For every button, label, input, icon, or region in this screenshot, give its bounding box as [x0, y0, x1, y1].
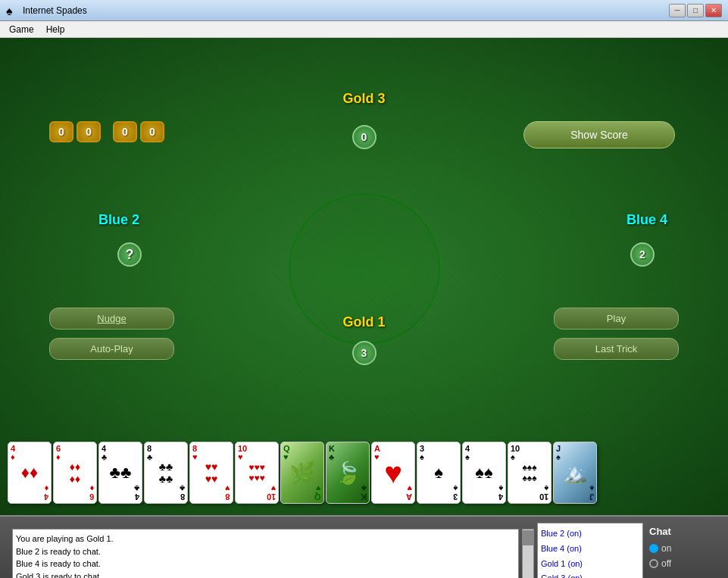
show-score-button[interactable]: Show Score [523, 121, 675, 148]
player-left-bid: ? [117, 242, 142, 267]
card-6d[interactable]: 6♦ ♦♦♦♦ 6♦ [53, 442, 97, 504]
chat-control-panel: Chat on off [646, 523, 722, 578]
autoplay-button[interactable]: Auto-Play [49, 338, 174, 360]
radio-on-dot[interactable] [649, 544, 658, 553]
player-top-bid: 0 [352, 125, 376, 149]
chat-scrollbar[interactable] [522, 529, 534, 578]
card-10h[interactable]: 10♥ ♥♥♥♥♥♥ 10♥ [235, 442, 279, 504]
last-trick-button[interactable]: Last Trick [554, 338, 679, 360]
card-4s[interactable]: 4♠ ♠♠ 4♠ [462, 442, 506, 504]
chat-message-2: Blue 2 is ready to chat. [16, 545, 515, 558]
score-gold-1: 0 [49, 121, 73, 142]
player-left-label: Blue 2 [98, 212, 139, 228]
game-area: 0 0 0 0 Show Score Gold 3 0 Blue 2 ? Blu… [0, 38, 728, 515]
minimize-button[interactable]: ─ [669, 4, 686, 17]
chat-message-4: Gold 3 is ready to chat. [16, 570, 515, 579]
chat-label: Chat [649, 526, 671, 537]
cards-area: 4♦ ♦♦ 4♦ 6♦ ♦♦♦♦ 6♦ 4♣ ♣♣ 4♣ 8♣ ♣♣♣♣ 8♣ … [8, 371, 720, 504]
chat-message-1: You are playing as Gold 1. [16, 533, 515, 545]
play-button[interactable]: Play [554, 308, 679, 330]
player-top-label: Gold 3 [342, 91, 385, 107]
radio-on-item[interactable]: on [649, 543, 671, 554]
card-qh[interactable]: Q♥ 🌿 Q♥ [280, 442, 324, 504]
card-8h[interactable]: 8♥ ♥♥♥♥ 8♥ [189, 442, 233, 504]
chat-message-3: Blue 4 is ready to chat. [16, 558, 515, 570]
chat-log: You are playing as Gold 1. Blue 2 is rea… [12, 529, 519, 578]
title-bar: ♠ Internet Spades ─ □ ✕ [0, 0, 728, 21]
bottom-panel: You are playing as Gold 1. Blue 2 is rea… [0, 515, 728, 578]
player-bottom-bid: 3 [352, 341, 376, 365]
player-bottom-label: Gold 1 [342, 314, 385, 330]
score-blue-2: 0 [140, 121, 164, 142]
radio-off-dot[interactable] [649, 559, 658, 568]
menu-game[interactable]: Game [3, 23, 40, 36]
online-player-1: Blue 2 (on) [541, 526, 639, 542]
score-blue-1: 0 [113, 121, 137, 142]
card-ah[interactable]: A♥ ♥ A♥ [371, 442, 415, 504]
player-right-bid: 2 [630, 242, 655, 267]
card-4c[interactable]: 4♣ ♣♣ 4♣ [98, 442, 142, 504]
menu-help[interactable]: Help [40, 23, 71, 36]
radio-off-item[interactable]: off [649, 558, 671, 569]
maximize-button[interactable]: □ [687, 4, 704, 17]
radio-off-label: off [661, 558, 671, 569]
menu-bar: Game Help [0, 21, 728, 38]
nudge-button[interactable]: Nudge [49, 308, 174, 330]
window-controls: ─ □ ✕ [669, 4, 722, 17]
score-area: 0 0 0 0 [49, 121, 164, 142]
online-player-3: Gold 1 (on) [541, 557, 639, 572]
card-kc[interactable]: K♣ 🍃 K♣ [326, 442, 370, 504]
players-panel: Blue 2 (on) Blue 4 (on) Gold 1 (on) Gold… [537, 523, 643, 578]
card-js[interactable]: J♠ 🏔️ J♠ [553, 442, 597, 504]
radio-group: on off [649, 543, 671, 569]
player-right-label: Blue 4 [626, 212, 667, 228]
window-title: Internet Spades [23, 5, 669, 16]
score-gold-2: 0 [77, 121, 101, 142]
app-icon: ♠ [6, 5, 18, 17]
card-4d[interactable]: 4♦ ♦♦ 4♦ [8, 442, 52, 504]
close-button[interactable]: ✕ [705, 4, 722, 17]
radio-on-label: on [661, 543, 671, 554]
card-10s[interactable]: 10♠ ♠♠♠♠♠♠ 10♠ [508, 442, 551, 504]
card-8c[interactable]: 8♣ ♣♣♣♣ 8♣ [144, 442, 188, 504]
card-3s[interactable]: 3♠ ♠ 3♠ [417, 442, 461, 504]
online-player-4: Gold 3 (on) [541, 571, 639, 578]
online-player-2: Blue 4 (on) [541, 542, 639, 557]
